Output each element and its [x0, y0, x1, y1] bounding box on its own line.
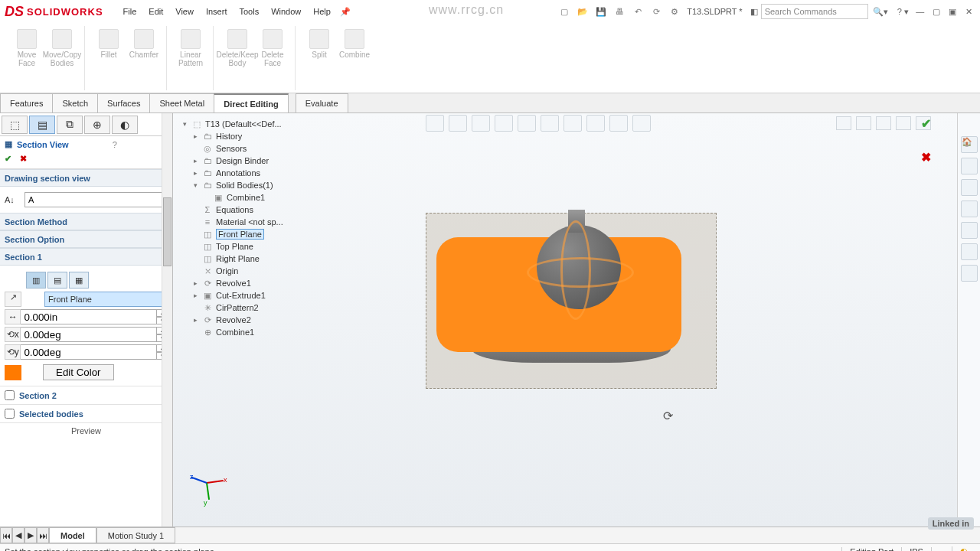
section-color-swatch[interactable]: [5, 365, 21, 380]
tree-front-plane[interactable]: Front Plane: [216, 229, 264, 240]
open-doc-icon[interactable]: 📂: [575, 7, 590, 17]
feature-manager-tab-icon[interactable]: ⬚: [2, 116, 28, 134]
orientation-triad[interactable]: x y z: [193, 468, 225, 500]
tree-right-plane[interactable]: Right Plane: [216, 254, 260, 263]
section-view-icon[interactable]: [495, 115, 513, 132]
vp-expand-icon[interactable]: [856, 116, 871, 130]
tab-direct-editing[interactable]: Direct Editing: [214, 93, 289, 112]
tree-top-plane[interactable]: Top Plane: [216, 242, 253, 251]
display-manager-tab-icon[interactable]: ◐: [112, 116, 138, 134]
menu-file[interactable]: File: [117, 7, 143, 16]
tree-cut-extrude1[interactable]: Cut-Extrude1: [216, 291, 266, 300]
model-geometry[interactable]: [426, 213, 717, 389]
zoom-area-icon[interactable]: [449, 115, 467, 132]
tab-model[interactable]: Model: [49, 527, 96, 543]
selected-bodies-row[interactable]: Selected bodies ˅: [0, 404, 172, 422]
pm-scrollbar[interactable]: [162, 113, 172, 527]
tree-root[interactable]: T13 (Default<<Def...: [205, 119, 282, 129]
preview-button[interactable]: Preview: [0, 422, 172, 437]
tree-design-binder[interactable]: Design Binder: [216, 156, 269, 165]
menu-insert[interactable]: Insert: [200, 7, 234, 16]
help-icon[interactable]: ? ▾: [893, 7, 913, 17]
pm-ok-button[interactable]: ✔: [5, 154, 11, 163]
view-palette-icon[interactable]: [961, 222, 978, 239]
pm-cancel-button[interactable]: ✖: [20, 154, 27, 163]
tree-equations[interactable]: Equations: [216, 205, 253, 214]
tree-history[interactable]: History: [216, 132, 242, 141]
tab-evaluate[interactable]: Evaluate: [296, 93, 348, 112]
tree-annotations[interactable]: Annotations: [216, 168, 260, 178]
menu-edit[interactable]: Edit: [142, 7, 169, 16]
confirm-corner-ok[interactable]: ✔: [921, 116, 931, 131]
menu-help[interactable]: Help: [307, 7, 337, 16]
combine-button[interactable]: Combine: [337, 26, 372, 59]
fillet-button[interactable]: Fillet: [91, 26, 126, 59]
move-copy-bodies-button[interactable]: Move/Copy Bodies: [44, 26, 80, 67]
maximize-button[interactable]: ▣: [946, 7, 959, 17]
edit-appearance-icon[interactable]: [586, 115, 605, 132]
section-method-header[interactable]: Section Method˅: [0, 213, 172, 230]
tree-cirpattern2[interactable]: CirPattern2: [216, 303, 259, 312]
close-button[interactable]: ✕: [962, 7, 975, 17]
section2-row[interactable]: Section 2 ˅: [0, 386, 172, 404]
edit-color-button[interactable]: Edit Color: [43, 364, 114, 380]
save-icon[interactable]: 💾: [593, 7, 609, 17]
tab-nav-first[interactable]: ⏮: [0, 527, 12, 543]
section-option-header[interactable]: Section Option˅: [0, 230, 172, 248]
custom-props-icon[interactable]: [961, 265, 978, 282]
previous-view-icon[interactable]: [472, 115, 490, 132]
top-plane-button[interactable]: ▤: [47, 272, 67, 289]
graphics-viewport[interactable]: ▾⬚T13 (Default<<Def... ▸🗀History ◎Sensor…: [173, 113, 957, 527]
tab-nav-next[interactable]: ▶: [24, 527, 37, 543]
reverse-direction-icon[interactable]: ↗: [5, 292, 21, 307]
tree-origin[interactable]: Origin: [216, 266, 238, 276]
section1-header[interactable]: Section 1˄: [0, 248, 172, 266]
pin-icon[interactable]: 📌: [340, 7, 351, 17]
tree-sensors[interactable]: Sensors: [216, 144, 247, 153]
section2-checkbox[interactable]: [5, 390, 15, 400]
tree-solid-bodies[interactable]: Solid Bodies(1): [216, 181, 273, 190]
tree-revolve1[interactable]: Revolve1: [216, 279, 251, 288]
y-rotation-input[interactable]: [21, 344, 157, 360]
tab-surfaces[interactable]: Surfaces: [97, 93, 150, 112]
delete-face-button[interactable]: Delete Face: [255, 26, 290, 67]
tab-sketch[interactable]: Sketch: [52, 93, 98, 112]
undo-icon[interactable]: ↶: [630, 7, 645, 17]
menu-view[interactable]: View: [169, 7, 200, 16]
rotate-manipulator-ring2[interactable]: [560, 220, 591, 320]
restore-button[interactable]: ▢: [929, 7, 943, 17]
design-library-icon[interactable]: [961, 179, 978, 196]
resources-icon[interactable]: [961, 158, 978, 174]
search-go-icon[interactable]: 🔍▾: [868, 7, 893, 17]
tree-revolve2[interactable]: Revolve2: [216, 315, 251, 324]
move-face-button[interactable]: Move Face: [9, 26, 44, 67]
selected-bodies-checkbox[interactable]: [5, 409, 15, 419]
tree-combine1-body[interactable]: Combine1: [227, 193, 265, 202]
vp-min-icon[interactable]: [876, 116, 891, 130]
section-label-input[interactable]: [24, 192, 168, 207]
split-button[interactable]: Split: [302, 26, 337, 59]
home-icon[interactable]: 🏠: [961, 136, 978, 153]
linear-pattern-button[interactable]: Linear Pattern: [173, 26, 208, 67]
tab-nav-prev[interactable]: ◀: [12, 527, 24, 543]
menu-tools[interactable]: Tools: [233, 7, 265, 16]
tree-combine1[interactable]: Combine1: [216, 328, 254, 337]
property-manager-tab-icon[interactable]: ▤: [29, 116, 55, 134]
vp-collapse-icon[interactable]: [836, 116, 851, 130]
pm-help-icon[interactable]: ?: [113, 140, 117, 149]
status-rebuild-icon[interactable]: ◐: [952, 546, 975, 551]
confirm-corner-cancel[interactable]: ✖: [921, 150, 931, 165]
drawing-section-header[interactable]: Drawing section view˄: [0, 169, 172, 187]
search-type-icon[interactable]: ◧: [747, 7, 761, 17]
hide-show-icon[interactable]: [564, 115, 582, 132]
front-plane-button[interactable]: ▥: [26, 272, 46, 289]
file-explorer-icon[interactable]: [961, 201, 978, 217]
configuration-manager-tab-icon[interactable]: ⧉: [57, 116, 83, 134]
tab-nav-last[interactable]: ⏭: [37, 527, 49, 543]
new-doc-icon[interactable]: ▢: [557, 7, 572, 17]
delete-keep-body-button[interactable]: Delete/Keep Body: [220, 26, 255, 67]
tab-sheetmetal[interactable]: Sheet Metal: [149, 93, 214, 112]
section-plane-field[interactable]: Front Plane: [44, 292, 168, 307]
rebuild-icon[interactable]: ⟳: [648, 7, 664, 17]
apply-scene-icon[interactable]: [609, 115, 628, 132]
